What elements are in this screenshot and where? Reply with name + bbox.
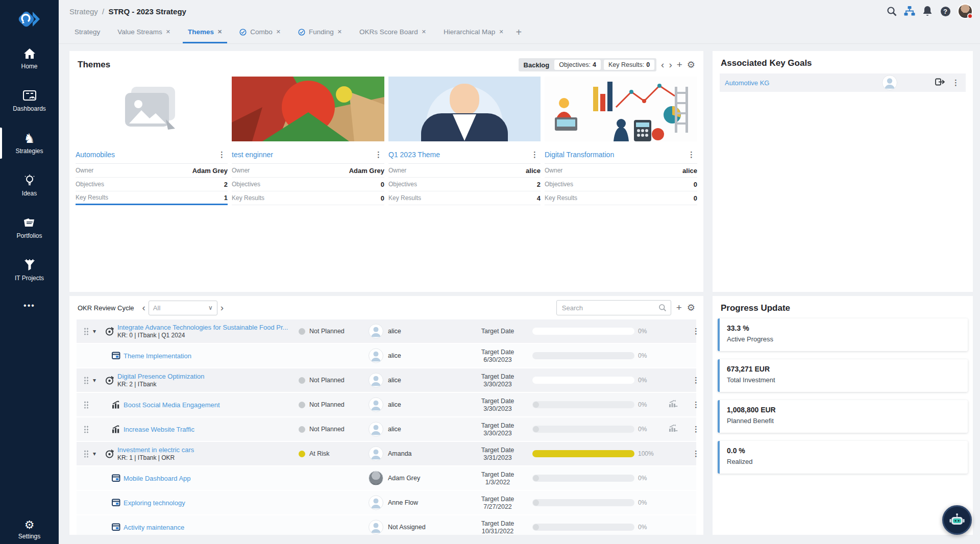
kr-history-chart-icon[interactable]	[669, 400, 678, 410]
user-avatar[interactable]	[958, 4, 973, 19]
hierarchy-icon[interactable]	[904, 6, 915, 17]
progress-bar[interactable]	[532, 352, 634, 359]
okr-title-link[interactable]: Activity maintenance	[124, 524, 184, 531]
sidebar-item-settings[interactable]: ⚙ Settings	[0, 520, 59, 540]
sidebar-item-ideas[interactable]: Ideas	[0, 168, 59, 203]
progress-slider[interactable]	[532, 475, 634, 482]
okr-row-project[interactable]: Exploring technology Anne Flow Target Da…	[77, 491, 696, 514]
progress-slider[interactable]	[532, 426, 634, 433]
collapse-caret-icon[interactable]: ▾	[93, 377, 96, 384]
cycle-prev-chevron-icon[interactable]: ‹	[142, 302, 145, 313]
backlog-button[interactable]: Backlog	[524, 61, 550, 69]
okr-title-link[interactable]: Exploring technology	[124, 499, 185, 507]
okr-title-link[interactable]: Increase Website Traffic	[124, 426, 194, 433]
okr-row-key-result[interactable]: Boost Social Media Engagement Not Planne…	[77, 393, 696, 416]
kebab-menu-icon[interactable]: ⋮	[690, 400, 702, 409]
okr-title-link[interactable]: Boost Social Media Engagement	[124, 401, 220, 409]
kebab-menu-icon[interactable]: ⋮	[690, 449, 702, 458]
search-input[interactable]	[561, 304, 658, 312]
key-results-count-pill[interactable]: Key Results: 0	[604, 60, 654, 70]
key-goal-link[interactable]: Automotive KG	[725, 79, 769, 87]
sidebar-item-home[interactable]: Home	[0, 41, 59, 76]
sidebar-item-it-projects[interactable]: IT Projects	[0, 253, 59, 288]
tab-hierarchical-map[interactable]: Hierarchical Map ✕	[438, 28, 509, 43]
progress-bar[interactable]	[532, 450, 634, 457]
kebab-menu-icon[interactable]: ⋮	[216, 150, 228, 159]
okr-row-objective[interactable]: ▾ Integrate Advance Technologies for Sus…	[77, 319, 696, 343]
notifications-bell-icon[interactable]	[922, 6, 933, 17]
add-tab-button[interactable]: +	[516, 27, 522, 43]
sidebar-item-portfolios[interactable]: Portfolios	[0, 210, 59, 245]
breadcrumb-root[interactable]: Strategy	[69, 7, 98, 16]
kebab-menu-icon[interactable]: ⋮	[373, 150, 384, 159]
collapse-caret-icon[interactable]: ▾	[93, 328, 96, 335]
close-icon[interactable]: ✕	[337, 29, 342, 35]
okr-title-link[interactable]: Investment in electric cars	[117, 446, 194, 454]
tab-combo[interactable]: Combo ✕	[234, 28, 286, 43]
cycle-next-chevron-icon[interactable]: ›	[220, 302, 224, 313]
close-icon[interactable]: ✕	[499, 29, 503, 35]
progress-slider[interactable]	[532, 499, 634, 506]
search-icon[interactable]	[886, 6, 897, 17]
tab-strategy[interactable]: Strategy	[69, 28, 105, 43]
okr-title-link[interactable]: Integrate Advance Technologies for Susta…	[117, 324, 288, 331]
tab-value-streams[interactable]: Value Streams ✕	[112, 28, 176, 43]
drag-handle-icon[interactable]	[84, 377, 88, 384]
tab-okrs-score-board[interactable]: OKRs Score Board ✕	[354, 28, 431, 43]
okr-title-link[interactable]: Theme Implementation	[124, 352, 191, 360]
drag-handle-icon[interactable]	[84, 401, 88, 409]
progress-slider[interactable]	[532, 524, 634, 531]
theme-card-q1-2023[interactable]: Q1 2023 Theme ⋮ Owneralice Objectives2 K…	[388, 77, 541, 205]
add-okr-button[interactable]: +	[676, 303, 682, 312]
theme-card-title[interactable]: test enginner	[232, 151, 273, 159]
collapse-caret-icon[interactable]: ▾	[93, 450, 96, 457]
chevron-right-icon[interactable]: ›	[669, 60, 672, 69]
okr-row-objective[interactable]: ▾ Investment in electric cars KR: 1 | IT…	[77, 442, 696, 465]
progress-slider[interactable]	[532, 401, 634, 408]
close-icon[interactable]: ✕	[276, 29, 281, 35]
objectives-count-pill[interactable]: Objectives: 4	[554, 60, 601, 70]
kebab-menu-icon[interactable]: ⋮	[529, 150, 541, 159]
progress-bar[interactable]	[532, 377, 634, 384]
sidebar-item-strategies[interactable]: ♞ Strategies	[0, 126, 59, 161]
kebab-menu-icon[interactable]: ⋮	[690, 327, 702, 336]
okr-settings-gear-icon[interactable]: ⚙	[687, 303, 695, 312]
app-logo[interactable]	[17, 5, 42, 34]
drag-handle-icon[interactable]	[84, 328, 88, 335]
tab-funding[interactable]: Funding ✕	[293, 28, 347, 43]
kebab-menu-icon[interactable]: ⋮	[950, 78, 962, 87]
themes-settings-gear-icon[interactable]: ⚙	[687, 60, 695, 69]
drag-handle-icon[interactable]	[84, 450, 88, 458]
kebab-menu-icon[interactable]: ⋮	[690, 425, 702, 434]
sidebar-more-button[interactable]: •••	[23, 301, 35, 310]
open-in-icon[interactable]	[935, 78, 945, 88]
okr-row-objective[interactable]: ▾ Digital Presence Optimization KR: 2 | …	[77, 368, 696, 392]
close-icon[interactable]: ✕	[422, 29, 426, 35]
chevron-left-icon[interactable]: ‹	[661, 60, 664, 69]
tab-themes[interactable]: Themes ✕	[183, 28, 227, 43]
add-theme-button[interactable]: +	[677, 60, 682, 69]
okr-search[interactable]	[556, 300, 671, 315]
theme-card-test-enginner[interactable]: test enginner ⋮ OwnerAdam Grey Objective…	[232, 77, 384, 205]
okr-row-project[interactable]: Theme Implementation alice Target Date 6…	[77, 344, 696, 367]
help-icon[interactable]: ?	[940, 6, 951, 17]
progress-bar[interactable]	[532, 328, 634, 335]
drag-handle-icon[interactable]	[84, 426, 88, 433]
theme-card-digital-transformation[interactable]: Digital Transformation ⋮ Owneralice Obje…	[545, 77, 697, 205]
kebab-menu-icon[interactable]: ⋮	[690, 376, 702, 385]
okr-row-project[interactable]: Mobile Dashboard App Adam Grey Target Da…	[77, 466, 696, 490]
close-icon[interactable]: ✕	[217, 29, 222, 35]
key-goal-row[interactable]: Automotive KG ⋮	[720, 73, 966, 92]
okr-row-project[interactable]: Activity maintenance Not Assigned Target…	[77, 515, 696, 535]
sidebar-item-dashboards[interactable]: Dashboards	[0, 83, 59, 118]
okr-row-key-result[interactable]: Increase Website Traffic Not Planned ali…	[77, 417, 696, 441]
theme-card-title[interactable]: Digital Transformation	[545, 151, 614, 159]
theme-card-automobiles[interactable]: Automobiles ⋮ OwnerAdam Grey Objectives2…	[76, 77, 228, 205]
cycle-select[interactable]: All ∨	[149, 301, 217, 315]
okr-title-link[interactable]: Mobile Dashboard App	[124, 475, 191, 482]
chatbot-button[interactable]	[942, 505, 972, 535]
close-icon[interactable]: ✕	[166, 29, 170, 35]
theme-card-title[interactable]: Automobiles	[76, 151, 115, 159]
okr-title-link[interactable]: Digital Presence Optimization	[117, 373, 205, 380]
theme-card-title[interactable]: Q1 2023 Theme	[388, 151, 440, 159]
